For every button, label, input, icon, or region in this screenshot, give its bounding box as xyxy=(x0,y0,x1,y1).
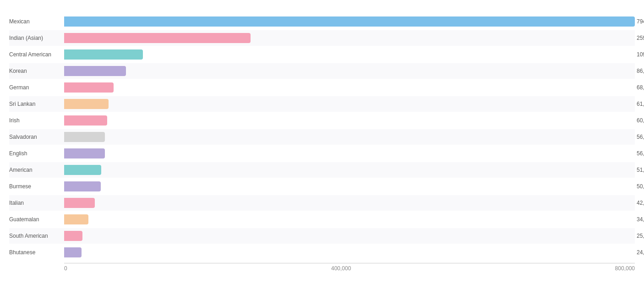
chart-container: Mexican794,381Indian (Asian)259,475Centr… xyxy=(0,0,644,295)
bar-fill xyxy=(64,231,82,241)
bar-label: Indian (Asian) xyxy=(9,35,64,41)
bar-track: 259,475 xyxy=(64,33,635,43)
bar-value: 50,895 xyxy=(637,183,644,190)
table-row: Korean86,365 xyxy=(9,63,635,79)
bar-track: 56,790 xyxy=(64,132,635,142)
bar-label: Irish xyxy=(9,117,64,124)
bar-track: 61,600 xyxy=(64,99,635,109)
bar-track: 86,365 xyxy=(64,66,635,76)
bar-fill xyxy=(64,82,114,93)
bar-value: 34,067 xyxy=(637,216,644,223)
bar-fill xyxy=(64,247,82,257)
table-row: Bhutanese24,003 xyxy=(9,245,635,260)
table-row: Burmese50,895 xyxy=(9,179,635,194)
bar-track: 60,148 xyxy=(64,115,635,126)
bar-track: 68,537 xyxy=(64,82,635,93)
bar-track: 50,895 xyxy=(64,181,635,191)
bar-label: American xyxy=(9,167,64,173)
bar-label: Burmese xyxy=(9,183,64,190)
table-row: Salvadoran56,790 xyxy=(9,129,635,145)
bar-value: 24,003 xyxy=(637,249,644,256)
bar-fill xyxy=(64,66,126,76)
bar-fill xyxy=(64,115,107,126)
bar-label: Guatemalan xyxy=(9,216,64,223)
table-row: Guatemalan34,067 xyxy=(9,212,635,227)
bar-track: 56,709 xyxy=(64,148,635,158)
bar-value: 68,537 xyxy=(637,84,644,91)
bar-value: 259,475 xyxy=(637,35,644,41)
bar-label: German xyxy=(9,84,64,91)
bar-value: 86,365 xyxy=(637,68,644,74)
bar-fill xyxy=(64,181,101,191)
bar-fill xyxy=(64,99,109,109)
bar-fill xyxy=(64,148,105,158)
bar-value: 794,381 xyxy=(637,18,644,25)
bar-track: 51,758 xyxy=(64,165,635,175)
bar-fill xyxy=(64,198,95,208)
bar-track: 34,067 xyxy=(64,214,635,224)
table-row: English56,709 xyxy=(9,146,635,161)
bar-value: 51,758 xyxy=(637,167,644,173)
table-row: South American25,479 xyxy=(9,228,635,244)
x-axis-label: 400,000 xyxy=(331,265,351,272)
bar-value: 60,148 xyxy=(637,117,644,124)
bar-fill xyxy=(64,16,635,27)
bar-value: 56,709 xyxy=(637,150,644,157)
table-row: American51,758 xyxy=(9,162,635,178)
x-axis-label: 800,000 xyxy=(615,265,635,272)
table-row: Irish60,148 xyxy=(9,113,635,128)
bar-value: 61,600 xyxy=(637,101,644,107)
bar-fill xyxy=(64,33,251,43)
bar-track: 109,716 xyxy=(64,49,635,60)
bar-label: Italian xyxy=(9,200,64,206)
bar-label: Sri Lankan xyxy=(9,101,64,107)
bar-fill xyxy=(64,214,88,224)
bar-track: 25,479 xyxy=(64,231,635,241)
bar-value: 109,716 xyxy=(637,51,644,58)
x-axis-label: 0 xyxy=(64,265,67,272)
bar-fill xyxy=(64,132,105,142)
bar-fill xyxy=(64,49,143,60)
table-row: Central American109,716 xyxy=(9,47,635,62)
table-row: Sri Lankan61,600 xyxy=(9,96,635,112)
bar-label: English xyxy=(9,150,64,157)
table-row: Mexican794,381 xyxy=(9,14,635,29)
chart-area: Mexican794,381Indian (Asian)259,475Centr… xyxy=(9,14,635,270)
table-row: Italian42,581 xyxy=(9,195,635,211)
bar-value: 56,790 xyxy=(637,134,644,140)
bar-label: Korean xyxy=(9,68,64,74)
bar-label: Bhutanese xyxy=(9,249,64,256)
bar-label: Mexican xyxy=(9,18,64,25)
bar-value: 25,479 xyxy=(637,233,644,239)
bar-label: Salvadoran xyxy=(9,134,64,140)
x-axis: 0400,000800,000 xyxy=(64,263,635,272)
bars-section: Mexican794,381Indian (Asian)259,475Centr… xyxy=(9,14,635,261)
bar-track: 42,581 xyxy=(64,198,635,208)
bar-label: Central American xyxy=(9,51,64,58)
bar-value: 42,581 xyxy=(637,200,644,206)
table-row: Indian (Asian)259,475 xyxy=(9,30,635,46)
bar-track: 24,003 xyxy=(64,247,635,257)
bar-label: South American xyxy=(9,233,64,239)
bar-fill xyxy=(64,165,101,175)
table-row: German68,537 xyxy=(9,80,635,95)
bar-track: 794,381 xyxy=(64,16,635,27)
